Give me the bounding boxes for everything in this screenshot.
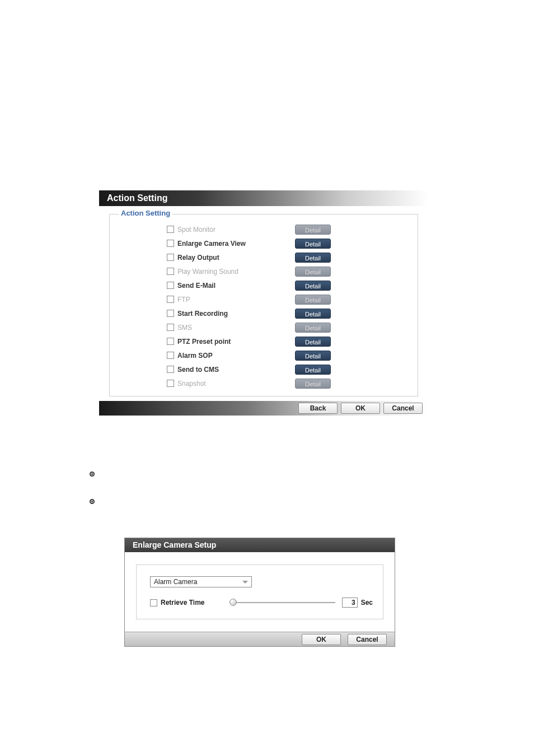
retrieve-time-value[interactable]: 3 xyxy=(342,598,358,608)
detail-ftp: Detail xyxy=(295,295,331,305)
row-relay-output: Relay Output Detail xyxy=(110,250,418,264)
label-ftp: FTP xyxy=(177,296,295,304)
checkbox-alarm-sop[interactable] xyxy=(167,352,174,359)
row-ptz-preset: PTZ Preset point Detail xyxy=(110,334,418,348)
back-button[interactable]: Back xyxy=(298,403,338,414)
row-sms: SMS Detail xyxy=(110,320,418,334)
checkbox-ftp[interactable] xyxy=(167,296,174,303)
detail-alarm-sop[interactable]: Detail xyxy=(295,351,331,361)
row-alarm-sop: Alarm SOP Detail xyxy=(110,348,418,362)
checkbox-sms[interactable] xyxy=(167,324,174,331)
action-setting-body: Action Setting Spot Monitor Detail Enlar… xyxy=(99,206,428,401)
enlarge-camera-setup-panel: Enlarge Camera Setup Alarm Camera Retrie… xyxy=(124,538,395,647)
row-start-recording: Start Recording Detail xyxy=(110,306,418,320)
checkbox-play-warning-sound[interactable] xyxy=(167,268,174,275)
checkbox-send-to-cms[interactable] xyxy=(167,366,174,373)
row-enlarge-camera-view: Enlarge Camera View Detail xyxy=(110,236,418,250)
action-setting-fieldset: Action Setting Spot Monitor Detail Enlar… xyxy=(109,214,418,396)
detail-spot-monitor: Detail xyxy=(295,225,331,235)
slider-thumb[interactable] xyxy=(229,599,237,606)
label-snapshot: Snapshot xyxy=(177,380,295,388)
detail-relay-output[interactable]: Detail xyxy=(295,253,331,263)
label-send-email: Send E-Mail xyxy=(177,282,295,290)
label-enlarge-camera-view: Enlarge Camera View xyxy=(177,240,295,248)
checkbox-spot-monitor[interactable] xyxy=(167,226,174,233)
checkbox-snapshot[interactable] xyxy=(167,380,174,387)
checkbox-ptz-preset[interactable] xyxy=(167,338,174,345)
enlarge-camera-inner: Alarm Camera Retrieve Time 3 Sec xyxy=(136,564,383,619)
detail-ptz-preset[interactable]: Detail xyxy=(295,337,331,347)
bullet-icon xyxy=(90,472,95,477)
retrieve-time-label: Retrieve Time xyxy=(161,599,205,606)
label-send-to-cms: Send to CMS xyxy=(177,366,295,374)
ok-button-2[interactable]: OK xyxy=(302,634,341,645)
label-relay-output: Relay Output xyxy=(177,254,295,262)
detail-play-warning-sound: Detail xyxy=(295,267,331,277)
retrieve-time-row: Retrieve Time 3 Sec xyxy=(150,598,373,608)
action-setting-title: Action Setting xyxy=(99,190,428,206)
enlarge-camera-body: Alarm Camera Retrieve Time 3 Sec xyxy=(125,552,395,632)
camera-dropdown-value: Alarm Camera xyxy=(154,578,197,586)
checkbox-start-recording[interactable] xyxy=(167,310,174,317)
detail-sms: Detail xyxy=(295,323,331,333)
row-spot-monitor: Spot Monitor Detail xyxy=(110,222,418,236)
action-setting-legend: Action Setting xyxy=(119,209,172,217)
camera-dropdown[interactable]: Alarm Camera xyxy=(150,576,252,587)
label-start-recording: Start Recording xyxy=(177,310,295,318)
row-send-email: Send E-Mail Detail xyxy=(110,278,418,292)
enlarge-camera-footer: OK Cancel xyxy=(125,632,395,646)
chevron-down-icon xyxy=(242,581,248,584)
sec-label: Sec xyxy=(361,599,373,606)
label-ptz-preset: PTZ Preset point xyxy=(177,338,295,346)
checkbox-relay-output[interactable] xyxy=(167,254,174,261)
bullet-icon xyxy=(90,499,95,504)
checkbox-enlarge-camera-view[interactable] xyxy=(167,240,174,247)
detail-send-email[interactable]: Detail xyxy=(295,281,331,291)
detail-start-recording[interactable]: Detail xyxy=(295,309,331,319)
cancel-button-2[interactable]: Cancel xyxy=(348,634,387,645)
detail-send-to-cms[interactable]: Detail xyxy=(295,365,331,375)
label-alarm-sop: Alarm SOP xyxy=(177,352,295,360)
retrieve-time-slider[interactable] xyxy=(229,602,335,603)
detail-snapshot: Detail xyxy=(295,379,331,389)
enlarge-camera-title: Enlarge Camera Setup xyxy=(125,538,395,552)
row-play-warning-sound: Play Warning Sound Detail xyxy=(110,264,418,278)
label-sms: SMS xyxy=(177,324,295,332)
row-ftp: FTP Detail xyxy=(110,292,418,306)
checkbox-send-email[interactable] xyxy=(167,282,174,289)
cancel-button[interactable]: Cancel xyxy=(383,403,423,414)
ok-button[interactable]: OK xyxy=(341,403,380,414)
action-setting-panel: Action Setting Action Setting Spot Monit… xyxy=(99,190,428,416)
detail-enlarge-camera-view[interactable]: Detail xyxy=(295,239,331,249)
action-setting-footer: Back OK Cancel xyxy=(99,401,428,416)
bullet-list xyxy=(90,472,534,504)
row-send-to-cms: Send to CMS Detail xyxy=(110,362,418,376)
checkbox-retrieve-time[interactable] xyxy=(150,599,157,606)
row-snapshot: Snapshot Detail xyxy=(110,376,418,390)
label-play-warning-sound: Play Warning Sound xyxy=(177,268,295,276)
label-spot-monitor: Spot Monitor xyxy=(177,226,295,234)
